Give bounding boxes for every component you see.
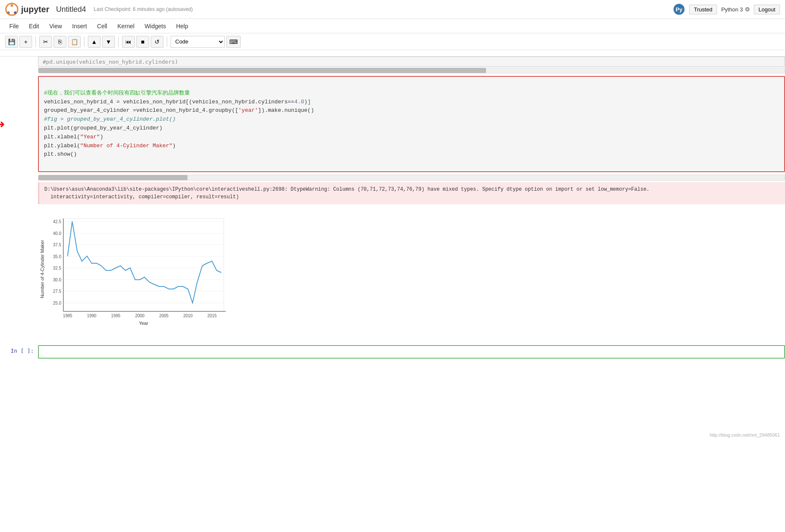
kernel-info: Python 3 [721,6,750,13]
code-line-6: plt.xlabel("Year") [44,134,103,140]
svg-text:2015: 2015 [207,313,217,318]
empty-cell[interactable]: In [ ]: [0,345,785,359]
menu-cell[interactable]: Cell [93,21,111,31]
kernel-name: Python 3 [721,6,743,13]
menu-file[interactable]: File [5,21,23,31]
menu-widgets[interactable]: Widgets [140,21,170,31]
restart-button[interactable]: ↺ [151,36,163,48]
empty-code-editor[interactable] [38,345,785,359]
jupyter-logo-icon [5,3,19,16]
svg-text:Year: Year [139,321,149,326]
empty-cell-prompt: In [ ]: [0,345,38,354]
copy-cell-button[interactable]: ⎘ [54,36,66,48]
warning-output: D:\Users\asus\Anaconda3\lib\site-package… [38,182,785,204]
svg-text:37.5: 37.5 [53,243,62,247]
menu-insert[interactable]: Insert [68,21,91,31]
python-icon: Py [673,3,685,15]
svg-rect-6 [63,219,224,311]
svg-text:2010: 2010 [183,313,193,318]
svg-text:2005: 2005 [159,313,169,318]
logout-button[interactable]: Logout [754,5,780,14]
active-cell-content[interactable]: #现在，我们可以查看各个时间段有四缸引擎汽车的品牌数量 vehicles_non… [38,76,785,172]
svg-text:Py: Py [676,6,683,13]
truncated-cell: #pd.unique(vehicles_non_hybrid.cylinders… [0,56,785,74]
svg-text:1985: 1985 [63,313,73,318]
cell-type-select[interactable]: Code Markdown Raw NBConvert Heading [171,36,225,48]
header-right: Py Trusted Python 3 Logout [673,3,780,15]
code-line-2: vehicles_non_hybrid_4 = vehicles_non_hyb… [44,99,311,105]
svg-text:40.0: 40.0 [53,231,62,236]
svg-text:27.5: 27.5 [53,289,62,294]
paste-cell-button[interactable]: 📋 [68,36,81,48]
plot-container: 25.0 27.5 30.0 32.5 35.0 37.5 40.0 42.5 … [38,206,785,341]
toolbar-sep-3 [118,37,119,47]
output-content: D:\Users\asus\Anaconda3\lib\site-package… [38,174,785,341]
toolbar-sep-1 [35,37,36,47]
output-cell: D:\Users\asus\Anaconda3\lib\site-package… [0,174,785,341]
active-cell-prompt [0,76,38,78]
code-line-4: #fig = grouped_by_year_4_cylinder.plot() [44,116,176,122]
footer: http://blog.csdn.net/nnt_29485061 [0,430,785,440]
output-scrollbar[interactable] [38,175,785,181]
svg-text:42.5: 42.5 [53,219,62,224]
jupyter-logo: jupyter [5,3,49,16]
svg-text:25.0: 25.0 [53,301,62,305]
svg-text:35.0: 35.0 [53,254,62,259]
move-down-button[interactable]: ▼ [102,36,115,48]
svg-text:1990: 1990 [87,313,97,318]
toolbar: 💾 + ✂ ⎘ 📋 ▲ ▼ ⏮ ■ ↺ Code Markdown Raw NB… [0,33,785,50]
truncated-cell-prompt [0,60,38,63]
toolbar-sep-2 [84,37,84,47]
header: jupyter Untitled4 Last Checkpoint: 6 min… [0,0,785,19]
line-chart: 25.0 27.5 30.0 32.5 35.0 37.5 40.0 42.5 … [38,210,241,337]
truncated-code: #pd.unique(vehicles_non_hybrid.cylinders… [38,57,785,67]
output-scrollbar-thumb [38,175,187,180]
notebook: #pd.unique(vehicles_non_hybrid.cylinders… [0,50,785,430]
footer-url: http://blog.csdn.net/nnt_29485061 [710,432,780,437]
code-line-7: plt.ylabel("Number of 4-Cylinder Maker") [44,143,176,149]
code-line-5: plt.plot(grouped_by_year_4_cylinder) [44,125,163,131]
svg-text:2000: 2000 [135,313,145,318]
svg-text:1995: 1995 [111,313,121,318]
jupyter-wordmark: jupyter [21,5,49,14]
svg-point-1 [11,4,13,7]
code-editor[interactable]: #现在，我们可以查看各个时间段有四缸引擎汽车的品牌数量 vehicles_non… [38,76,785,172]
save-button[interactable]: 💾 [5,36,18,48]
svg-text:Number of 4-Cylinder Maker: Number of 4-Cylinder Maker [40,240,45,298]
code-line-3: grouped_by_year_4_cylinder =vehicles_non… [44,107,314,113]
svg-point-3 [14,11,16,14]
empty-cell-content[interactable] [38,345,785,359]
comment-line-1: #现在，我们可以查看各个时间段有四缸引擎汽车的品牌数量 [44,90,190,96]
kernel-status-circle [745,7,750,11]
svg-text:32.5: 32.5 [53,266,62,270]
toolbar-sep-4 [167,37,167,47]
output-prompt [0,174,38,176]
keyboard-shortcuts-button[interactable]: ⌨ [226,36,241,48]
scrollbar-thumb [38,68,486,73]
notebook-title[interactable]: Untitled4 [56,5,86,14]
add-cell-button[interactable]: + [19,36,32,48]
active-code-cell: ➜ #现在，我们可以查看各个时间段有四缸引擎汽车的品牌数量 vehicles_n… [0,76,785,172]
annotation-arrow: ➜ [0,117,5,130]
svg-point-2 [7,11,10,14]
menu-view[interactable]: View [45,21,66,31]
menu-edit[interactable]: Edit [25,21,43,31]
checkpoint-info: Last Checkpoint: 6 minutes ago (autosave… [94,6,193,12]
first-cell-button[interactable]: ⏮ [122,36,135,48]
cut-cell-button[interactable]: ✂ [39,36,52,48]
stop-button[interactable]: ■ [136,36,149,48]
horizontal-scrollbar[interactable] [38,68,785,73]
menu-help[interactable]: Help [172,21,193,31]
trusted-button[interactable]: Trusted [689,5,717,14]
menubar: File Edit View Insert Cell Kernel Widget… [0,19,785,33]
move-up-button[interactable]: ▲ [88,36,101,48]
menu-kernel[interactable]: Kernel [113,21,139,31]
code-line-8: plt.show() [44,151,77,157]
svg-text:30.0: 30.0 [53,278,62,282]
